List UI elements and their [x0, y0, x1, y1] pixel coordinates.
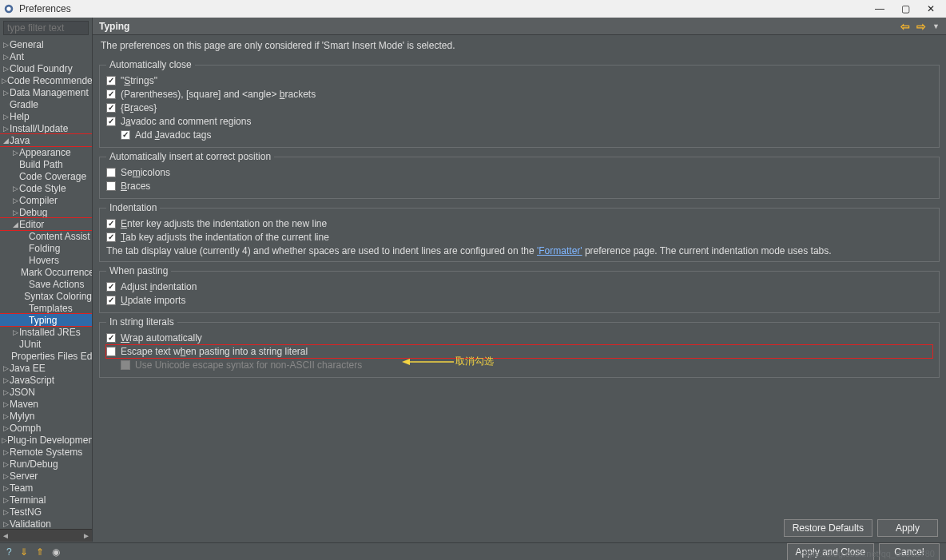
preference-tree[interactable]: ▷General▷Ant▷Cloud Foundry▷Code Recommen…: [0, 37, 92, 529]
checkbox[interactable]: [106, 282, 116, 292]
tree-item-install-update[interactable]: ▷Install/Update: [0, 122, 92, 134]
tree-item-build-path[interactable]: Build Path: [0, 158, 92, 170]
twisty-collapsed-icon[interactable]: ▷: [2, 472, 10, 480]
checkbox[interactable]: [106, 103, 116, 113]
checkbox[interactable]: [106, 232, 116, 242]
twisty-collapsed-icon[interactable]: ▷: [2, 89, 10, 97]
tree-item-folding[interactable]: Folding: [0, 242, 92, 254]
tree-item-mark-occurrences[interactable]: Mark Occurrences: [0, 266, 92, 278]
tree-item-cloud-foundry[interactable]: ▷Cloud Foundry: [0, 62, 92, 74]
forward-button[interactable]: ⇨: [916, 20, 926, 33]
twisty-collapsed-icon[interactable]: ▷: [2, 424, 10, 432]
checkbox[interactable]: [106, 296, 116, 305]
tree-item-server[interactable]: ▷Server: [0, 470, 92, 482]
checkbox[interactable]: [106, 347, 116, 356]
restore-defaults-button[interactable]: Restore Defaults: [784, 519, 872, 537]
checkbox[interactable]: [121, 130, 130, 140]
tree-item-java-ee[interactable]: ▷Java EE: [0, 362, 92, 374]
horizontal-scrollbar[interactable]: ◄ ►: [0, 529, 92, 542]
tree-item-typing[interactable]: Typing: [0, 314, 92, 326]
tree-item-testng[interactable]: ▷TestNG: [0, 506, 92, 518]
tree-item-mylyn[interactable]: ▷Mylyn: [0, 410, 92, 422]
twisty-collapsed-icon[interactable]: ▷: [2, 460, 10, 468]
twisty-collapsed-icon[interactable]: ▷: [2, 388, 10, 396]
twisty-collapsed-icon[interactable]: ▷: [2, 65, 10, 73]
twisty-expanded-icon[interactable]: ◢: [11, 220, 19, 228]
twisty-collapsed-icon[interactable]: ▷: [11, 185, 19, 193]
tree-item-content-assist[interactable]: Content Assist: [0, 230, 92, 242]
tree-item-junit[interactable]: JUnit: [0, 338, 92, 350]
tree-item-code-coverage[interactable]: Code Coverage: [0, 170, 92, 182]
tree-item-installed-jres[interactable]: ▷Installed JREs: [0, 326, 92, 338]
scroll-left-icon[interactable]: ◄: [2, 531, 10, 540]
tree-item-code-style[interactable]: ▷Code Style: [0, 182, 92, 194]
twisty-collapsed-icon[interactable]: ▷: [2, 400, 10, 408]
tree-item-ant[interactable]: ▷Ant: [0, 50, 92, 62]
scroll-right-icon[interactable]: ►: [82, 531, 90, 540]
apply-close-button[interactable]: Apply and Close: [787, 543, 874, 561]
twisty-collapsed-icon[interactable]: ▷: [2, 41, 10, 49]
tree-item-terminal[interactable]: ▷Terminal: [0, 494, 92, 506]
export-icon[interactable]: ⇑: [36, 546, 44, 558]
twisty-collapsed-icon[interactable]: ▷: [2, 77, 7, 85]
twisty-collapsed-icon[interactable]: ▷: [2, 125, 10, 133]
checkbox[interactable]: [106, 89, 116, 99]
twisty-collapsed-icon[interactable]: ▷: [11, 209, 19, 216]
twisty-collapsed-icon[interactable]: ▷: [2, 484, 10, 492]
twisty-collapsed-icon[interactable]: ▷: [11, 328, 19, 336]
back-button[interactable]: ⇦: [900, 20, 910, 33]
tree-item-properties-files-editor[interactable]: Properties Files Editor: [0, 350, 92, 362]
twisty-collapsed-icon[interactable]: ▷: [2, 364, 10, 372]
tree-item-code-recommenders[interactable]: ▷Code Recommenders: [0, 74, 92, 86]
twisty-collapsed-icon[interactable]: ▷: [2, 436, 7, 444]
formatter-link[interactable]: 'Formatter': [537, 245, 582, 256]
tree-item-compiler[interactable]: ▷Compiler: [0, 194, 92, 206]
apply-button[interactable]: Apply: [877, 519, 938, 537]
minimize-button[interactable]: —: [874, 3, 885, 14]
tree-item-appearance[interactable]: ▷Appearance: [0, 146, 92, 158]
twisty-expanded-icon[interactable]: ◢: [2, 137, 10, 145]
checkbox[interactable]: [106, 333, 116, 343]
twisty-collapsed-icon[interactable]: ▷: [2, 113, 10, 121]
twisty-collapsed-icon[interactable]: ▷: [2, 508, 10, 516]
tree-item-plug-in-development[interactable]: ▷Plug-in Development: [0, 434, 92, 446]
tree-item-json[interactable]: ▷JSON: [0, 386, 92, 398]
tree-item-validation[interactable]: ▷Validation: [0, 518, 92, 529]
maximize-button[interactable]: ▢: [900, 3, 911, 14]
tree-item-editor[interactable]: ◢Editor: [0, 218, 92, 230]
tree-item-hovers[interactable]: Hovers: [0, 254, 92, 266]
dropdown-icon[interactable]: ▼: [932, 22, 940, 30]
twisty-collapsed-icon[interactable]: ▷: [2, 53, 10, 61]
tree-item-syntax-coloring[interactable]: Syntax Coloring: [0, 290, 92, 302]
checkbox[interactable]: [106, 168, 116, 177]
tree-item-templates[interactable]: Templates: [0, 302, 92, 314]
checkbox[interactable]: [106, 117, 116, 126]
tree-item-java[interactable]: ◢Java: [0, 134, 92, 146]
checkbox[interactable]: [106, 219, 116, 228]
tree-item-gradle[interactable]: Gradle: [0, 98, 92, 110]
filter-input[interactable]: [3, 21, 89, 35]
close-button[interactable]: ✕: [925, 3, 936, 14]
cancel-button[interactable]: Cancel: [879, 543, 940, 561]
checkbox[interactable]: [106, 76, 116, 85]
tree-item-debug[interactable]: ▷Debug: [0, 206, 92, 218]
twisty-collapsed-icon[interactable]: ▷: [2, 412, 10, 420]
tree-item-maven[interactable]: ▷Maven: [0, 398, 92, 410]
twisty-collapsed-icon[interactable]: ▷: [2, 376, 10, 384]
tree-item-run-debug[interactable]: ▷Run/Debug: [0, 458, 92, 470]
help-icon[interactable]: ?: [6, 546, 12, 558]
twisty-collapsed-icon[interactable]: ▷: [11, 149, 19, 157]
twisty-collapsed-icon[interactable]: ▷: [2, 496, 10, 504]
tree-item-remote-systems[interactable]: ▷Remote Systems: [0, 446, 92, 458]
tree-item-help[interactable]: ▷Help: [0, 110, 92, 122]
twisty-collapsed-icon[interactable]: ▷: [11, 197, 19, 205]
oomph-icon[interactable]: ◉: [52, 546, 60, 558]
checkbox[interactable]: [106, 181, 116, 191]
tree-item-data-management[interactable]: ▷Data Management: [0, 86, 92, 98]
tree-item-javascript[interactable]: ▷JavaScript: [0, 374, 92, 386]
tree-item-general[interactable]: ▷General: [0, 38, 92, 50]
tree-item-team[interactable]: ▷Team: [0, 482, 92, 494]
twisty-collapsed-icon[interactable]: ▷: [2, 520, 10, 528]
twisty-collapsed-icon[interactable]: ▷: [2, 448, 10, 456]
import-icon[interactable]: ⇓: [20, 546, 28, 558]
